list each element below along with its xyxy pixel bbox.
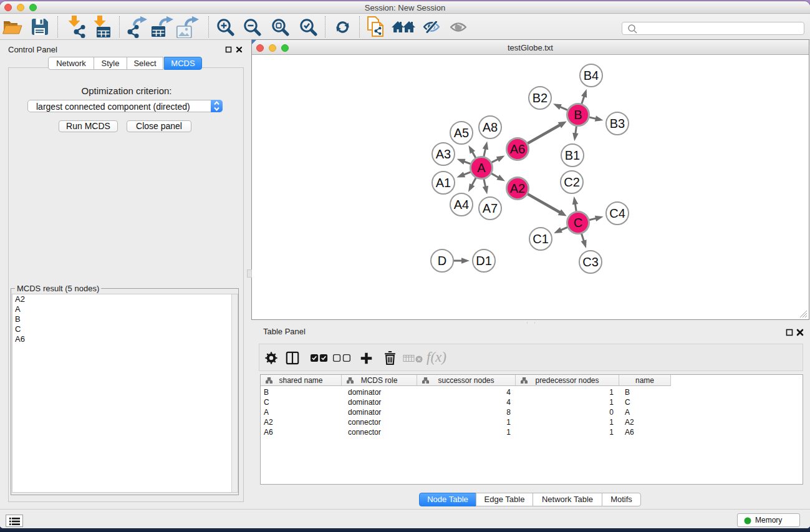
- svg-text:C3: C3: [582, 255, 599, 269]
- svg-text:C: C: [574, 216, 582, 230]
- svg-text:A: A: [477, 161, 486, 175]
- svg-text:B4: B4: [584, 69, 599, 82]
- svg-text:B1: B1: [565, 148, 580, 162]
- svg-text:A4: A4: [454, 198, 469, 211]
- svg-text:A8: A8: [483, 120, 498, 134]
- svg-text:C1: C1: [533, 232, 549, 246]
- svg-text:A2: A2: [510, 181, 525, 195]
- svg-text:C2: C2: [564, 175, 580, 189]
- svg-text:B3: B3: [610, 117, 625, 130]
- svg-text:C4: C4: [609, 206, 625, 220]
- svg-text:D1: D1: [476, 254, 492, 268]
- svg-text:A5: A5: [454, 126, 469, 140]
- svg-text:D: D: [438, 254, 446, 268]
- svg-text:A6: A6: [510, 142, 525, 156]
- svg-text:B: B: [574, 108, 582, 122]
- svg-text:A7: A7: [483, 201, 498, 215]
- svg-text:B2: B2: [533, 91, 547, 105]
- svg-text:A3: A3: [436, 147, 451, 161]
- svg-text:A1: A1: [436, 176, 451, 190]
